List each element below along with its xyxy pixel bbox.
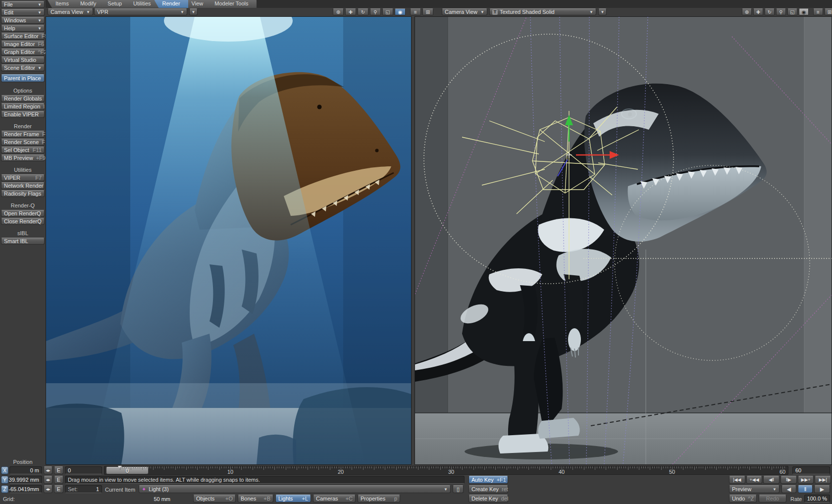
limited-region-button[interactable]: Limited Regionl xyxy=(1,103,45,110)
ruler-tick xyxy=(676,466,677,468)
image-editor-button[interactable]: Image EditorF6 xyxy=(1,41,45,48)
tab-modeler-tools[interactable]: Modeler Tools xyxy=(207,0,256,8)
zoom-icon[interactable]: ⚲ xyxy=(370,8,381,15)
edit-mode-bones-button[interactable]: Bones+B xyxy=(238,495,273,503)
tab-modify[interactable]: Modify xyxy=(72,0,104,8)
save-view-icon[interactable]: ⊞ xyxy=(825,8,832,15)
pan-icon[interactable]: ⊕ xyxy=(742,8,752,15)
left-viewport-vpr-render[interactable] xyxy=(46,16,412,465)
rotate-icon[interactable]: ↻ xyxy=(765,8,775,15)
ruler-tick xyxy=(778,466,779,468)
edit-mode-objects-button[interactable]: Objects+O xyxy=(193,495,236,503)
graph-editor-button[interactable]: Graph Editor^F2 xyxy=(1,49,45,55)
current-item-dropdown[interactable]: ✦ Light (3) ▼ xyxy=(139,485,451,493)
sel-object-button[interactable]: Sel ObjectF11 xyxy=(1,147,45,153)
y-stepper[interactable]: ◂▸ xyxy=(44,476,52,484)
create-key-button[interactable]: Create Key ret xyxy=(468,485,508,493)
render-scene-button[interactable]: Render SceneF10 xyxy=(1,139,45,146)
close-renderq-button[interactable]: Close RenderQ xyxy=(1,218,45,225)
left-render-mode-dropdown[interactable]: VPR ▼ xyxy=(94,8,187,15)
z-position-field[interactable]: -65.0419mm xyxy=(9,485,42,493)
x-envelope-button[interactable]: E xyxy=(54,466,63,474)
tab-render[interactable]: Render xyxy=(155,0,188,8)
edit-mode-cameras-button[interactable]: Cameras+C xyxy=(313,495,356,503)
left-viewport-options-dropdown[interactable]: ▼ xyxy=(189,8,198,15)
preview-dropdown[interactable]: Preview ▼ xyxy=(729,485,780,493)
y-position-field[interactable]: 39.9992 mm xyxy=(9,476,42,484)
auto-key-button[interactable]: Auto Key +F1 xyxy=(468,476,508,484)
viewport-menu-icon[interactable]: ≡ xyxy=(410,8,421,15)
ruler-tick xyxy=(721,466,721,468)
delete-key-button[interactable]: Delete Key del xyxy=(468,495,508,503)
main-tab-bar: ItemsModifySetupUtilitiesRenderViewModel… xyxy=(46,0,832,8)
section-title: Render-Q xyxy=(0,202,46,208)
scene-editor-button[interactable]: Scene Editor▼ xyxy=(1,64,45,71)
orbit-icon[interactable]: ✚ xyxy=(345,8,356,15)
save-view-icon[interactable]: ⊞ xyxy=(422,8,433,15)
ruler-tick xyxy=(182,466,182,468)
next-key-button[interactable]: ▶▶+ xyxy=(798,476,814,484)
play-reverse-button[interactable]: ◀ xyxy=(781,485,796,493)
menu-windows-dropdown[interactable]: Windows▼ xyxy=(1,17,45,24)
menu-file-dropdown[interactable]: File▼ xyxy=(1,1,45,8)
set-key-field[interactable]: Set: 1 xyxy=(65,485,102,493)
orbit-icon[interactable]: ✚ xyxy=(753,8,763,15)
item-label: Smart IBL xyxy=(4,238,28,244)
edit-mode-properties-button[interactable]: Propertiesp xyxy=(358,495,400,503)
previous-key-button[interactable]: +◀◀ xyxy=(746,476,763,484)
go-to-start-button[interactable]: |◀◀ xyxy=(729,476,745,484)
enable-viper-button[interactable]: Enable VIPER xyxy=(1,111,45,118)
y-envelope-button[interactable]: E xyxy=(54,476,63,484)
right-view-type-dropdown[interactable]: Camera View ▼ xyxy=(442,8,487,15)
open-renderq-button[interactable]: Open RenderQ xyxy=(1,210,45,217)
z-envelope-button[interactable]: E xyxy=(54,485,63,493)
play-button[interactable]: ▶ xyxy=(814,485,830,493)
step-back-button[interactable]: ◀‖ xyxy=(763,476,780,484)
go-to-end-button[interactable]: ▶▶| xyxy=(815,476,831,484)
virtual-studio-button[interactable]: Virtual Studio xyxy=(1,56,45,63)
camera-icon[interactable]: ◉ xyxy=(395,8,406,15)
x-stepper[interactable]: ◂▸ xyxy=(44,466,52,474)
radiosity-flags-button[interactable]: Radiosity Flags xyxy=(1,190,45,197)
right-viewport-options-dropdown[interactable]: ▼ xyxy=(598,8,607,15)
y-axis-button[interactable]: Y xyxy=(1,476,8,484)
pause-button[interactable]: ‖ xyxy=(798,485,813,493)
item-picker-button[interactable]: ▯ xyxy=(453,485,464,493)
mb-preview-button[interactable]: MB Preview+F9 xyxy=(1,154,45,161)
render-globals-button[interactable]: Render Globals xyxy=(1,95,45,102)
timeline-ruler[interactable]: 0 102030405060 xyxy=(104,466,788,475)
network-render-button[interactable]: Network Render xyxy=(1,182,45,189)
tab-setup[interactable]: Setup xyxy=(100,0,130,8)
smart-ibl-button[interactable]: Smart IBL xyxy=(1,238,45,245)
step-forward-button[interactable]: ‖▶ xyxy=(780,476,797,484)
rotate-icon[interactable]: ↻ xyxy=(358,8,368,15)
menu-edit-dropdown[interactable]: Edit▼ xyxy=(1,9,45,16)
menu-help-dropdown[interactable]: Help▼ xyxy=(1,25,45,32)
redo-button[interactable]: Redo xyxy=(759,495,786,503)
edit-mode-lights-button[interactable]: Lights+L xyxy=(275,495,311,503)
tab-items[interactable]: Items xyxy=(48,0,77,8)
right-render-mode-dropdown[interactable]: T Textured Shaded Solid ▼ xyxy=(489,8,596,15)
parent-in-place-button[interactable]: Parent in Place xyxy=(1,74,45,82)
rate-field[interactable]: 100.0 % xyxy=(804,495,830,503)
x-position-field[interactable]: 0 m xyxy=(9,466,42,474)
pan-icon[interactable]: ⊕ xyxy=(333,8,344,15)
current-frame-field[interactable]: 0 xyxy=(65,466,102,474)
end-frame-field[interactable]: 60 xyxy=(792,466,830,474)
zoom-icon[interactable]: ⚲ xyxy=(776,8,786,15)
viper-button[interactable]: VIPERF7 xyxy=(1,174,45,181)
ruler-tick xyxy=(157,466,158,468)
z-stepper[interactable]: ◂▸ xyxy=(44,485,52,493)
render-frame-button[interactable]: Render FrameF9 xyxy=(1,131,45,138)
viewport-menu-icon[interactable]: ≡ xyxy=(813,8,823,15)
tab-utilities[interactable]: Utilities xyxy=(125,0,158,8)
camera-icon[interactable]: ◉ xyxy=(799,8,809,15)
z-axis-button[interactable]: Z xyxy=(1,485,8,493)
left-view-type-dropdown[interactable]: Camera View ▼ xyxy=(48,8,93,15)
maximize-icon[interactable]: ◱ xyxy=(787,8,797,15)
undo-button[interactable]: Undo ^Z xyxy=(729,495,757,503)
maximize-icon[interactable]: ◱ xyxy=(382,8,393,15)
x-axis-button[interactable]: X xyxy=(1,466,8,474)
right-viewport-opengl[interactable] xyxy=(415,16,832,465)
surface-editor-button[interactable]: Surface EditorF5 xyxy=(1,33,45,40)
